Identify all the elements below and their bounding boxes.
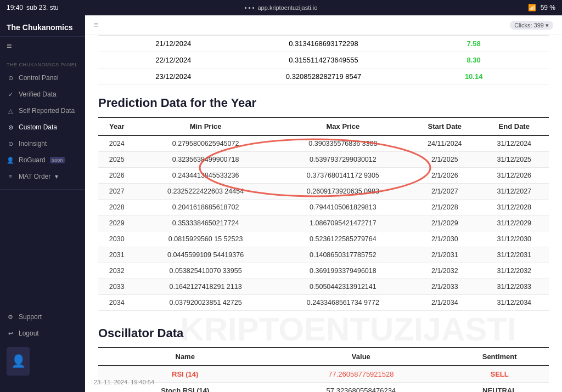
table-row: 2030 0.0815929560 15 52523 0.52361225852… (98, 231, 549, 247)
avatar-area: 👤 (0, 342, 85, 381)
start-date-cell: 2/1/2031 (410, 247, 479, 263)
value-cell: 0.3155114273649555 (249, 52, 399, 68)
min-price-cell: 0.2041618685618702 (136, 200, 276, 215)
osc-value-cell: 77.26058775921528 (272, 366, 450, 383)
end-date-cell: 31/12/2034 (480, 295, 549, 311)
sidebar-item-custom-data[interactable]: ⊘ Custom Data (0, 119, 85, 135)
start-date-cell: 2/1/2025 (410, 152, 479, 168)
min-price-cell: 0.3533384650217724 (136, 215, 276, 231)
max-price-cell: 1.0867095421472717 (276, 215, 410, 231)
sidebar-label-support: Support (19, 313, 42, 321)
min-price-cell: 0.037920023851 42725 (136, 295, 276, 311)
year-cell: 2030 (98, 231, 136, 247)
end-date-cell: 31/12/2031 (480, 247, 549, 263)
sidebar-hamburger[interactable]: ≡ (0, 37, 85, 55)
top-bar-hamburger[interactable]: ≡ (94, 21, 98, 29)
year-cell: 2033 (98, 279, 136, 295)
score-cell: 7.58 (398, 36, 549, 52)
table-row: 2025 0.3235638499900718 0.53979372990300… (98, 152, 549, 168)
min-price-cell: 0.0815929560 15 52523 (136, 231, 276, 247)
inoinsight-icon: ⊙ (7, 140, 14, 147)
max-price-cell: 0.2433468561734 9772 (276, 295, 410, 311)
date: sub 23. stu (26, 4, 59, 12)
year-cell: 2027 (98, 184, 136, 200)
year-cell: 2025 (98, 152, 136, 168)
sidebar-item-control-panel[interactable]: ⊙ Control Panel (0, 70, 85, 86)
osc-value-cell: 57.323680558476234 (272, 383, 450, 393)
end-date-cell: 31/12/2027 (480, 184, 549, 200)
prediction-tbody: 2024 0.2795800625945072 0.390335576836 3… (98, 135, 549, 311)
start-date-cell: 24/11/2024 (410, 135, 479, 152)
main-content: 21/12/2024 0.3134168693172298 7.58 22/12… (85, 35, 562, 392)
sidebar-label-logout: Logout (19, 329, 39, 337)
year-cell: 2029 (98, 215, 136, 231)
max-price-cell: 0.3691993379496018 (276, 263, 410, 279)
min-price-cell: 0.2434413845533236 (136, 168, 276, 184)
osc-col-sentiment: Sentiment (450, 348, 549, 366)
sidebar-item-logout[interactable]: ↩ Logout (0, 325, 85, 342)
previous-data-rows: 21/12/2024 0.3134168693172298 7.58 22/12… (98, 35, 549, 85)
max-price-cell: 0.2609173920635 0983 (276, 184, 410, 200)
sidebar-item-support[interactable]: ⚙ Support (0, 309, 85, 325)
sidebar-item-self-reported[interactable]: △ Self Reported Data (0, 103, 85, 119)
sidebar-label-mat-order: MAT Order (19, 173, 50, 180)
max-price-cell: 0.5236122585279764 (276, 231, 410, 247)
sidebar-item-mat-order[interactable]: ≡ MAT Order ▾ (0, 168, 85, 185)
year-cell: 2026 (98, 168, 136, 184)
max-price-cell: 0.7944105061829813 (276, 200, 410, 215)
sidebar-label-inoinsight: Inoinsight (19, 140, 47, 147)
support-icon: ⚙ (7, 314, 14, 321)
prediction-table: Year Min Price Max Price Start Date End … (98, 117, 549, 311)
sidebar-label-roguard: RoGuard (19, 156, 46, 164)
sidebar-item-verified-data[interactable]: ✓ Verified Data (0, 86, 85, 103)
min-price-cell: 0.0445599109 54419376 (136, 247, 276, 263)
sidebar-item-inoinsight[interactable]: ⊙ Inoinsight (0, 135, 85, 152)
end-date-cell: 31/12/2026 (480, 168, 549, 184)
prediction-title: Prediction Data for the Year (98, 96, 549, 110)
mat-order-icon: ≡ (7, 173, 14, 180)
table-row: 2034 0.037920023851 42725 0.243346856173… (98, 295, 549, 311)
end-date-cell: 31/12/2030 (480, 231, 549, 247)
start-date-cell: 2/1/2030 (410, 231, 479, 247)
logout-icon: ↩ (7, 330, 14, 337)
max-price-cell: 0.3737680141172 9305 (276, 168, 410, 184)
date-cell: 22/12/2024 (98, 52, 249, 68)
sidebar-item-roguard[interactable]: 👤 RoGuard soon (0, 152, 85, 168)
score-cell: 10.14 (398, 69, 549, 84)
sidebar-brand: The Chukanomics (0, 15, 85, 37)
date-cell: 23/12/2024 (98, 69, 249, 84)
status-bar: 19:40 sub 23. stu • • • app.kriptoentuzi… (0, 0, 562, 15)
end-date-cell: 31/12/2033 (480, 279, 549, 295)
max-price-cell: 0.1408650317785752 (276, 247, 410, 263)
table-row: 2026 0.2434413845533236 0.3737680141172 … (98, 168, 549, 184)
table-row: 21/12/2024 0.3134168693172298 7.58 (98, 36, 549, 52)
status-right: 📶 59 % (528, 4, 555, 12)
min-price-cell: 0.2325222422603 24454 (136, 184, 276, 200)
osc-sentiment-cell: NEUTRAL (450, 383, 549, 393)
battery-text: 59 % (541, 4, 555, 12)
min-price-cell: 0.3235638499900718 (136, 152, 276, 168)
wifi-icon: 📶 (528, 4, 536, 12)
sidebar-label-self-reported: Self Reported Data (19, 107, 75, 115)
clicks-badge[interactable]: Clicks: 399 ▾ (510, 21, 553, 30)
col-start-date: Start Date (410, 117, 479, 135)
max-price-cell: 0.5050442313912141 (276, 279, 410, 295)
date-cell: 21/12/2024 (98, 36, 249, 52)
osc-col-name: Name (98, 348, 272, 366)
table-row: 2031 0.0445599109 54419376 0.14086503177… (98, 247, 549, 263)
self-reported-icon: △ (7, 107, 14, 115)
start-date-cell: 2/1/2028 (410, 200, 479, 215)
end-date-cell: 31/12/2028 (480, 200, 549, 215)
end-date-cell: 31/12/2032 (480, 263, 549, 279)
url-text: app.kriptoentuzijasti.io (257, 4, 317, 11)
osc-col-value: Value (272, 348, 450, 366)
status-left: 19:40 sub 23. stu (7, 4, 59, 12)
end-date-cell: 31/12/2029 (480, 215, 549, 231)
oscillator-title: Oscillator Data (98, 326, 549, 340)
min-price-cell: 0.2795800625945072 (136, 135, 276, 152)
table-row: 2024 0.2795800625945072 0.390335576836 3… (98, 135, 549, 152)
control-panel-icon: ⊙ (7, 75, 14, 82)
table-row: 23/12/2024 0.3208528282719 8547 10.14 (98, 69, 549, 85)
year-cell: 2032 (98, 263, 136, 279)
score-cell: 8.30 (398, 52, 549, 68)
